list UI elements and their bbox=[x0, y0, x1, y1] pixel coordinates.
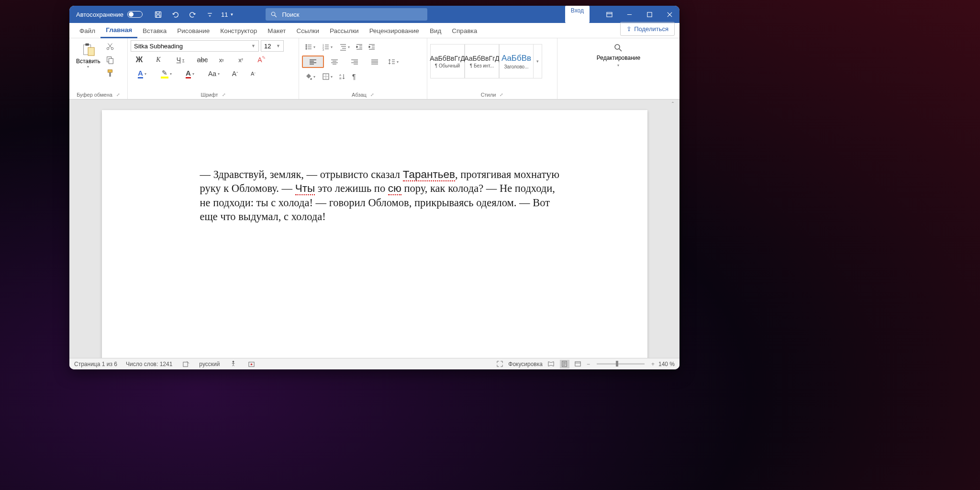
accessibility-icon[interactable] bbox=[228, 360, 238, 368]
qat-more-icon[interactable] bbox=[201, 6, 218, 23]
zoom-in-button[interactable]: + bbox=[651, 361, 655, 368]
paragraph-launcher-icon[interactable]: ⤢ bbox=[370, 92, 374, 97]
cut-icon[interactable] bbox=[106, 42, 114, 53]
align-center-button[interactable] bbox=[325, 56, 344, 67]
focus-mode-icon[interactable] bbox=[495, 360, 504, 368]
tab-insert[interactable]: Вставка bbox=[137, 24, 172, 38]
collapse-ribbon-icon[interactable]: ˆ bbox=[672, 101, 674, 108]
clipboard-launcher-icon[interactable]: ⤢ bbox=[116, 92, 120, 97]
document-text[interactable]: — Здравствуй, земляк, — отрывисто сказал… bbox=[200, 167, 565, 223]
switch-icon[interactable] bbox=[127, 11, 143, 18]
tab-design[interactable]: Конструктор bbox=[215, 24, 262, 38]
line-spacing-button[interactable]: ▾ bbox=[385, 56, 401, 67]
shrink-font-button[interactable]: Aˇ bbox=[247, 68, 259, 79]
search-placeholder: Поиск bbox=[282, 11, 300, 18]
document-area[interactable]: ˆ — Здравствуй, земляк, — отрывисто сказ… bbox=[69, 100, 679, 358]
italic-button[interactable]: К bbox=[153, 54, 164, 66]
status-words[interactable]: Число слов: 1241 bbox=[126, 361, 172, 368]
print-layout-icon[interactable] bbox=[560, 360, 569, 368]
status-focus[interactable]: Фокусировка bbox=[508, 361, 543, 368]
zoom-slider[interactable] bbox=[597, 363, 645, 365]
ribbon-tabs: Файл Главная Вставка Рисование Конструкт… bbox=[69, 23, 679, 38]
close-icon[interactable] bbox=[659, 6, 679, 23]
autosave-toggle[interactable]: Автосохранение bbox=[69, 11, 149, 18]
bullets-button[interactable]: ▾ bbox=[302, 41, 318, 53]
editing-menu[interactable]: Редактирование ▾ bbox=[590, 40, 647, 70]
clear-format-button[interactable]: A✎ bbox=[254, 54, 266, 66]
share-button[interactable]: ⇪Поделиться bbox=[620, 22, 675, 36]
tab-review[interactable]: Рецензирование bbox=[364, 24, 424, 38]
format-painter-icon[interactable] bbox=[106, 69, 114, 79]
decrease-indent-button[interactable] bbox=[354, 41, 365, 53]
svg-text:¶: ¶ bbox=[352, 73, 356, 80]
maximize-icon[interactable] bbox=[639, 6, 659, 23]
numbering-button[interactable]: 123▾ bbox=[319, 41, 335, 53]
paste-button[interactable]: Вставить ▾ bbox=[72, 40, 104, 71]
font-launcher-icon[interactable]: ⤢ bbox=[222, 92, 226, 97]
qat-number[interactable]: 11▼ bbox=[221, 11, 234, 18]
group-font-label: Шрифт bbox=[200, 92, 218, 98]
copy-icon[interactable] bbox=[106, 56, 114, 66]
undo-icon[interactable] bbox=[167, 6, 184, 23]
shading-button[interactable]: ▾ bbox=[302, 71, 318, 82]
underline-button[interactable]: Ч bbox=[172, 54, 189, 66]
spellcheck-icon[interactable] bbox=[181, 360, 190, 368]
macro-icon[interactable] bbox=[246, 360, 256, 368]
style-heading1[interactable]: АаБбВвЗаголово... bbox=[499, 44, 534, 78]
grow-font-button[interactable]: Aˆ bbox=[229, 68, 241, 79]
tab-help[interactable]: Справка bbox=[446, 24, 482, 38]
tab-layout[interactable]: Макет bbox=[262, 24, 291, 38]
redo-icon[interactable] bbox=[184, 6, 201, 23]
show-marks-button[interactable]: ¶ bbox=[349, 71, 360, 82]
tab-view[interactable]: Вид bbox=[424, 24, 446, 38]
multilevel-button[interactable]: ▾ bbox=[336, 41, 353, 53]
zoom-out-button[interactable]: − bbox=[587, 361, 590, 368]
login-button[interactable]: Вход bbox=[565, 6, 590, 23]
tab-draw[interactable]: Рисование bbox=[172, 24, 215, 38]
font-name-select[interactable]: Sitka Subheading▼ bbox=[131, 40, 259, 52]
ribbon-display-icon[interactable] bbox=[599, 6, 619, 23]
highlight-button[interactable]: ✎ bbox=[157, 68, 175, 79]
minimize-icon[interactable] bbox=[619, 6, 639, 23]
align-justify-button[interactable] bbox=[365, 56, 384, 67]
bold-button[interactable]: Ж bbox=[134, 54, 145, 66]
change-case-button[interactable]: Aa bbox=[205, 68, 223, 79]
svg-point-7 bbox=[107, 47, 109, 50]
save-icon[interactable] bbox=[149, 6, 167, 23]
title-bar: Автосохранение 11▼ Поиск Вход bbox=[69, 6, 679, 23]
styles-launcher-icon[interactable]: ⤢ bbox=[500, 92, 503, 97]
status-zoom[interactable]: 140 % bbox=[658, 361, 675, 368]
status-language[interactable]: русский bbox=[199, 361, 220, 368]
read-mode-icon[interactable] bbox=[546, 360, 556, 368]
status-page[interactable]: Страница 1 из 6 bbox=[74, 361, 117, 368]
svg-rect-11 bbox=[108, 70, 112, 72]
align-left-button[interactable] bbox=[302, 56, 324, 68]
borders-button[interactable]: ▾ bbox=[319, 71, 335, 82]
document-page[interactable]: — Здравствуй, земляк, — отрывисто сказал… bbox=[102, 110, 647, 358]
superscript-button[interactable]: x bbox=[235, 54, 246, 66]
tab-file[interactable]: Файл bbox=[74, 24, 100, 38]
svg-text:Я: Я bbox=[339, 77, 341, 80]
strike-button[interactable]: abc bbox=[197, 54, 208, 66]
svg-point-1 bbox=[271, 12, 275, 16]
styles-gallery[interactable]: АаБбВвГгД¶ Обычный АаБбВвГгД¶ Без инт...… bbox=[430, 44, 542, 78]
sort-button[interactable]: AЯ bbox=[336, 71, 348, 82]
search-box[interactable]: Поиск bbox=[266, 8, 427, 21]
align-right-button[interactable] bbox=[345, 56, 364, 67]
web-layout-icon[interactable] bbox=[573, 360, 583, 368]
tab-home[interactable]: Главная bbox=[100, 23, 137, 38]
svg-point-14 bbox=[306, 46, 307, 48]
tab-mailings[interactable]: Рассылки bbox=[324, 24, 364, 38]
text-effects-button[interactable]: A bbox=[134, 68, 151, 79]
style-no-spacing[interactable]: АаБбВвГгД¶ Без инт... bbox=[465, 44, 499, 78]
font-size-select[interactable]: 12▼ bbox=[261, 40, 284, 52]
autosave-label: Автосохранение bbox=[76, 11, 123, 18]
svg-point-27 bbox=[251, 364, 253, 366]
styles-more-icon[interactable]: ▾ bbox=[534, 44, 542, 78]
svg-rect-5 bbox=[86, 44, 89, 46]
style-normal[interactable]: АаБбВвГгД¶ Обычный bbox=[430, 44, 465, 78]
subscript-button[interactable]: x bbox=[216, 54, 227, 66]
tab-references[interactable]: Ссылки bbox=[291, 24, 325, 38]
increase-indent-button[interactable] bbox=[366, 41, 378, 53]
font-color-button[interactable]: A bbox=[181, 68, 199, 79]
